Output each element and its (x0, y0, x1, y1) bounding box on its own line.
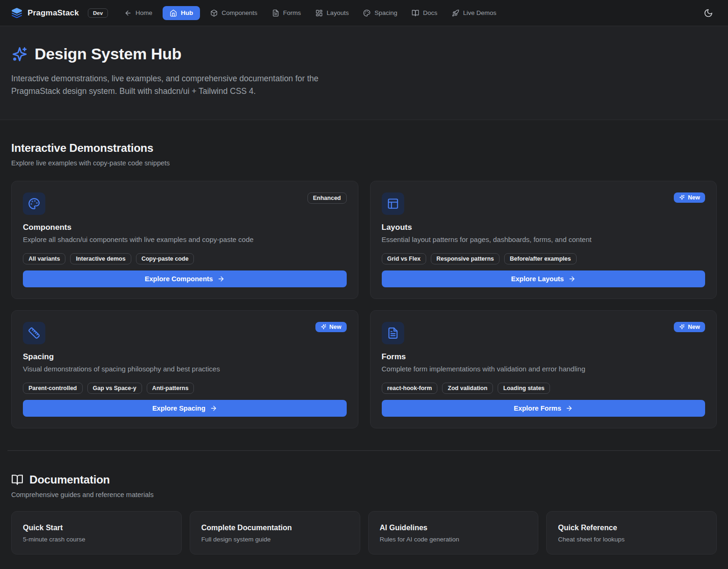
tag-badge: Grid vs Flex (382, 253, 427, 264)
card-description: Explore all shadcn/ui components with li… (23, 235, 347, 243)
card-title: Spacing (23, 352, 347, 362)
nav-item-label: Home (136, 9, 152, 16)
card-tags: Grid vs FlexResponsive patternsBefore/af… (382, 253, 706, 264)
demo-card-forms: New Forms Complete form implementations … (370, 310, 717, 428)
tag-badge: Responsive patterns (431, 253, 500, 264)
nav-item-label: Docs (423, 9, 437, 16)
book-open-icon (11, 474, 23, 486)
nav-item-label: Live Demos (463, 9, 496, 16)
card-header: New (23, 322, 347, 344)
doc-card-complete-documentation[interactable]: Complete Documentation Full design syste… (190, 511, 360, 555)
arrow-right-icon (217, 275, 225, 283)
nav-item-hub[interactable]: Hub (163, 6, 200, 20)
demo-card-components: Enhanced Components Explore all shadcn/u… (11, 181, 358, 299)
nav-item-spacing[interactable]: Spacing (359, 6, 401, 20)
sparkles-icon (679, 194, 685, 200)
arrow-left-icon (124, 9, 132, 17)
nav-item-label: Components (221, 9, 257, 16)
nav-item-docs[interactable]: Docs (407, 6, 442, 20)
nav-item-forms[interactable]: Forms (268, 6, 305, 20)
explore-spacing-button[interactable]: Explore Spacing (23, 400, 347, 417)
demo-card-layouts: New Layouts Essential layout patterns fo… (370, 181, 717, 299)
page-description: Interactive demonstrations, live example… (11, 72, 362, 98)
moon-icon (704, 8, 713, 18)
sparkles-icon (11, 46, 28, 63)
palette-icon (363, 9, 371, 17)
arrow-right-icon (210, 405, 217, 412)
docs-subheading: Comprehensive guides and reference mater… (11, 491, 717, 498)
theme-toggle-button[interactable] (700, 5, 717, 21)
tag-badge: Gap vs Space-y (87, 383, 142, 394)
doc-card-ai-guidelines[interactable]: AI Guidelines Rules for AI code generati… (368, 511, 539, 555)
nav-item-layouts[interactable]: Layouts (311, 6, 353, 20)
doc-card-title: Quick Reference (558, 524, 705, 532)
card-tags: Parent-controlledGap vs Space-yAnti-patt… (23, 383, 347, 394)
nav-item-label: Forms (283, 9, 301, 16)
tag-badge: All variants (23, 253, 65, 264)
nav-items: HomeHubComponentsFormsLayoutsSpacingDocs… (120, 6, 500, 20)
card-description: Essential layout patterns for pages, das… (382, 235, 706, 243)
file-text-icon (272, 9, 279, 17)
sparkles-icon (679, 324, 685, 330)
card-description: Visual demonstrations of spacing philoso… (23, 365, 347, 373)
doc-card-title: AI Guidelines (380, 524, 527, 532)
new-badge: New (674, 322, 705, 332)
brand-group[interactable]: PragmaStack Dev (11, 7, 108, 19)
docs-section: Documentation Comprehensive guides and r… (0, 473, 728, 555)
tag-badge: Zod validation (442, 383, 493, 394)
explore-components-button[interactable]: Explore Components (23, 270, 347, 287)
demo-card-spacing: New Spacing Visual demonstrations of spa… (11, 310, 358, 428)
doc-card-description: Full design system guide (201, 536, 349, 543)
nav-item-components[interactable]: Components (206, 6, 262, 20)
file-text-icon (387, 327, 399, 339)
tag-badge: Loading states (498, 383, 550, 394)
card-header: Enhanced (23, 192, 347, 215)
new-badge: New (674, 192, 705, 203)
navbar: PragmaStack Dev HomeHubComponentsFormsLa… (0, 0, 728, 26)
palette-icon (28, 198, 40, 210)
enhanced-badge: Enhanced (307, 192, 347, 204)
tag-badge: Parent-controlled (23, 383, 83, 394)
card-icon-tile (23, 192, 45, 215)
nav-item-home[interactable]: Home (120, 6, 157, 20)
doc-card-quick-start[interactable]: Quick Start 5-minute crash course (11, 511, 182, 555)
demos-section: Interactive Demonstrations Explore live … (0, 142, 728, 428)
doc-card-description: Rules for AI code generation (380, 536, 527, 543)
arrow-right-icon (568, 275, 576, 283)
book-open-icon (412, 9, 419, 17)
doc-card-description: Cheat sheet for lookups (558, 536, 705, 543)
card-title: Layouts (382, 223, 706, 232)
arrow-right-icon (565, 405, 573, 412)
doc-card-title: Quick Start (23, 524, 170, 532)
panels-top-left-icon (387, 198, 399, 210)
layout-grid-icon (315, 9, 323, 17)
doc-card-quick-reference[interactable]: Quick Reference Cheat sheet for lookups (546, 511, 717, 555)
card-icon-tile (23, 322, 45, 344)
doc-card-description: 5-minute crash course (23, 536, 170, 543)
tag-badge: react-hook-form (382, 383, 438, 394)
explore-forms-button[interactable]: Explore Forms (382, 400, 706, 417)
tag-badge: Anti-patterns (147, 383, 194, 394)
tag-badge: Copy-paste code (136, 253, 194, 264)
nav-item-label: Layouts (327, 9, 349, 16)
box-icon (210, 9, 218, 17)
nav-item-live-demos[interactable]: Live Demos (448, 6, 500, 20)
layers-icon (11, 7, 22, 19)
tag-badge: Before/after examples (504, 253, 577, 264)
card-title: Components (23, 223, 347, 232)
demo-grid: Enhanced Components Explore all shadcn/u… (11, 181, 717, 428)
tag-badge: Interactive demos (70, 253, 131, 264)
demos-subheading: Explore live examples with copy-paste co… (11, 159, 717, 167)
explore-layouts-button[interactable]: Explore Layouts (382, 270, 706, 287)
brand-title: PragmaStack (28, 8, 79, 18)
demos-heading: Interactive Demonstrations (11, 142, 717, 155)
card-tags: All variantsInteractive demosCopy-paste … (23, 253, 347, 264)
new-badge: New (315, 322, 347, 332)
rocket-icon (452, 9, 459, 17)
card-title: Forms (382, 352, 706, 362)
card-header: New (382, 322, 706, 344)
hero-section: Design System Hub Interactive demonstrat… (0, 26, 728, 120)
card-icon-tile (382, 192, 404, 215)
ruler-icon (28, 327, 40, 339)
card-description: Complete form implementations with valid… (382, 365, 706, 373)
